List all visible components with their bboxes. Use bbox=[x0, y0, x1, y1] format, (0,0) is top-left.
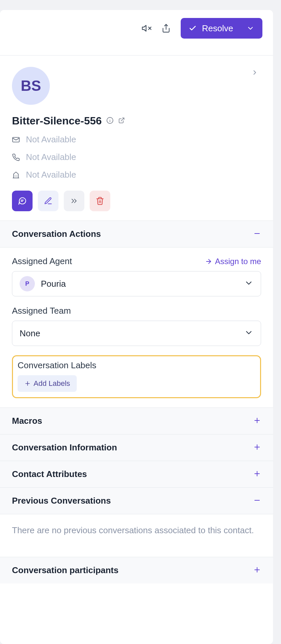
chevron-down-icon bbox=[246, 24, 254, 32]
plus-icon bbox=[253, 470, 261, 479]
conversation-information-section[interactable]: Conversation Information bbox=[0, 434, 273, 461]
plus-icon bbox=[253, 566, 261, 575]
minus-icon bbox=[253, 496, 261, 506]
plus-icon bbox=[253, 443, 261, 452]
new-conversation-button[interactable] bbox=[12, 191, 33, 211]
team-value: None bbox=[20, 328, 40, 339]
conversation-participants-section[interactable]: Conversation participants bbox=[0, 557, 273, 583]
chevron-down-icon bbox=[244, 278, 253, 289]
assigned-team-select[interactable]: None bbox=[12, 321, 261, 346]
add-labels-button[interactable]: Add Labels bbox=[18, 375, 77, 392]
arrow-right-icon bbox=[205, 258, 212, 265]
svg-rect-8 bbox=[13, 137, 19, 142]
conversation-labels-title: Conversation Labels bbox=[18, 360, 255, 371]
assign-to-me-link[interactable]: Assign to me bbox=[205, 257, 261, 266]
macros-section[interactable]: Macros bbox=[0, 407, 273, 434]
merge-contact-button[interactable] bbox=[64, 191, 84, 211]
assigned-agent-select[interactable]: P Pouria bbox=[12, 271, 261, 296]
mute-icon[interactable] bbox=[141, 23, 151, 33]
resolve-button[interactable]: Resolve bbox=[181, 18, 262, 39]
contact-attributes-section[interactable]: Contact Attributes bbox=[0, 461, 273, 487]
mail-icon bbox=[12, 136, 20, 144]
double-arrow-icon bbox=[70, 197, 78, 205]
assigned-team-label: Assigned Team bbox=[12, 306, 71, 316]
conversation-labels-area: Conversation Labels Add Labels bbox=[12, 355, 261, 398]
building-icon bbox=[12, 171, 20, 179]
previous-conversations-empty: There are no previous conversations asso… bbox=[0, 514, 273, 557]
contact-phone: Not Available bbox=[26, 152, 76, 162]
delete-contact-button[interactable] bbox=[90, 191, 110, 211]
agent-value: Pouria bbox=[41, 279, 66, 289]
chat-icon bbox=[18, 196, 27, 206]
assigned-agent-label: Assigned Agent bbox=[12, 256, 72, 266]
svg-line-7 bbox=[121, 118, 124, 121]
conversation-actions-header[interactable]: Conversation Actions bbox=[0, 221, 273, 247]
agent-avatar: P bbox=[20, 276, 35, 291]
external-link-icon[interactable] bbox=[118, 117, 125, 125]
contact-name: Bitter-Silence-556 bbox=[12, 115, 102, 127]
resolve-dropdown[interactable] bbox=[242, 24, 262, 32]
plus-icon bbox=[24, 380, 31, 387]
share-icon[interactable] bbox=[161, 24, 171, 33]
minus-icon bbox=[253, 230, 261, 239]
svg-marker-0 bbox=[142, 25, 146, 31]
contact-avatar: BS bbox=[12, 67, 50, 105]
pencil-icon bbox=[44, 197, 52, 205]
phone-icon bbox=[12, 153, 20, 161]
resolve-label: Resolve bbox=[202, 23, 233, 34]
contact-email: Not Available bbox=[26, 134, 76, 145]
chevron-down-icon bbox=[244, 328, 253, 339]
contact-company: Not Available bbox=[26, 170, 76, 180]
info-icon[interactable] bbox=[106, 117, 114, 125]
edit-contact-button[interactable] bbox=[38, 191, 58, 211]
check-icon bbox=[189, 24, 197, 32]
previous-conversations-section[interactable]: Previous Conversations bbox=[0, 487, 273, 514]
plus-icon bbox=[253, 416, 261, 426]
expand-chevron-icon[interactable] bbox=[251, 69, 258, 78]
trash-icon bbox=[96, 197, 104, 205]
